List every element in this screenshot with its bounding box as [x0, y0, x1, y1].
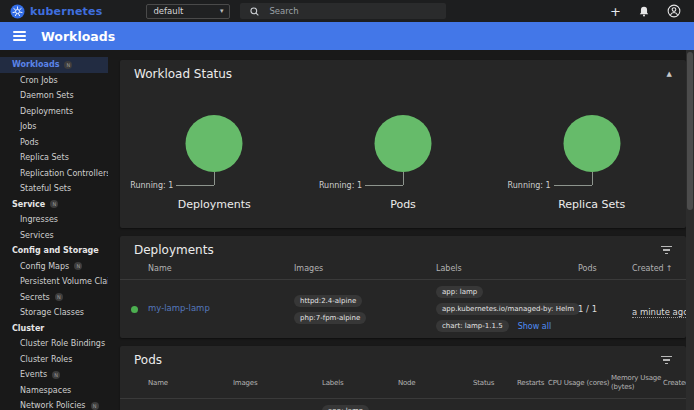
legend-connector: [176, 185, 214, 186]
pod-table-row[interactable]: my-lamp-lamp-5fd985cf68-jwvz4 httpd:2.4-…: [120, 399, 686, 410]
sidebar-item-persistent-volume-claims[interactable]: Persistent Volume Claims N: [0, 274, 108, 290]
sidebar-item-config-maps[interactable]: Config Maps N: [0, 259, 108, 275]
label-chip: chart: lamp-1.1.5: [436, 320, 509, 332]
namespaced-badge-icon: N: [52, 371, 60, 379]
legend-connector: [365, 185, 403, 186]
sidebar-item-stateful-sets[interactable]: Stateful Sets: [0, 181, 108, 197]
show-all-link[interactable]: Show all: [518, 322, 551, 331]
sidebar-nav: Workloads N Cron Jobs Daemon Sets Deploy…: [0, 50, 108, 410]
legend-connector: [214, 172, 215, 185]
menu-hamburger-icon[interactable]: [13, 31, 26, 41]
sidebar-item-replica-sets[interactable]: Replica Sets: [0, 150, 108, 166]
created-cell: a minute ago: [632, 307, 688, 318]
sidebar-item-config-and-storage[interactable]: Config and Storage: [0, 243, 108, 259]
pods-card-title: Pods: [134, 353, 162, 367]
pie-slice-running[interactable]: [375, 115, 432, 172]
deployments-card: Deployments Name Images Labels Pods Crea…: [120, 236, 686, 338]
legend-connector: [554, 185, 592, 186]
notifications-bell-icon[interactable]: [638, 5, 650, 18]
sidebar-item-cluster-roles[interactable]: Cluster Roles: [0, 352, 108, 368]
pie-legend: Running: 1: [130, 181, 173, 190]
pods-card: Pods Name Images Labels Node Status Rest…: [120, 346, 686, 410]
create-resource-button[interactable]: +: [610, 5, 621, 18]
deployments-card-title: Deployments: [134, 243, 214, 257]
sidebar-item-cluster[interactable]: Cluster: [0, 321, 108, 337]
vertical-scrollbar[interactable]: [686, 50, 694, 410]
sidebar-item-workloads[interactable]: Workloads N: [0, 57, 108, 73]
label-chip: app.kubernetes.io/managed-by: Helm: [436, 303, 580, 315]
column-header-status[interactable]: Status: [473, 379, 517, 387]
filter-icon[interactable]: [661, 356, 672, 364]
column-header-memory-usage[interactable]: Memory Usage (bytes): [606, 374, 663, 392]
pods-table-header: Name Images Labels Node Status Restarts …: [120, 371, 686, 399]
namespaced-badge-icon: N: [74, 262, 82, 270]
sidebar-item-jobs[interactable]: Jobs: [0, 119, 108, 135]
sidebar-item-service[interactable]: Service N: [0, 197, 108, 213]
status-ok-dot-icon: [131, 306, 138, 313]
column-header-name[interactable]: Name: [148, 379, 233, 387]
deployments-table-header: Name Images Labels Pods Created↑: [120, 261, 686, 280]
sidebar-item-secrets[interactable]: Secrets N: [0, 290, 108, 306]
column-header-restarts[interactable]: Restarts: [517, 379, 548, 387]
image-chip: httpd:2.4-alpine: [294, 295, 362, 307]
namespaced-badge-icon: N: [50, 200, 58, 208]
main-content: Workload Status ▲ Running: 1 Deployments…: [108, 50, 694, 410]
deployments-pie-chart: Running: 1 Deployments: [120, 88, 309, 218]
sidebar-item-storage-classes[interactable]: Storage Classes: [0, 305, 108, 321]
sidebar-item-pods[interactable]: Pods: [0, 135, 108, 151]
kubernetes-logo[interactable]: kubernetes: [10, 4, 102, 19]
kubernetes-wheel-icon: [10, 4, 25, 19]
column-header-name[interactable]: Name: [148, 264, 294, 273]
brand-text: kubernetes: [30, 5, 102, 18]
replica-sets-pie-chart: Running: 1 Replica Sets: [497, 88, 686, 218]
sidebar-item-replication-controllers[interactable]: Replication Controllers: [0, 166, 108, 182]
page-title: Workloads: [41, 29, 115, 44]
collapse-card-icon[interactable]: ▲: [667, 70, 672, 78]
column-header-pods[interactable]: Pods: [578, 264, 632, 273]
sidebar-item-network-policies[interactable]: Network Policies N: [0, 398, 108, 410]
column-header-node[interactable]: Node: [398, 379, 473, 387]
label-chip: app: lamp: [436, 286, 483, 298]
sidebar-item-daemon-sets[interactable]: Daemon Sets: [0, 88, 108, 104]
legend-connector: [592, 172, 593, 185]
sort-ascending-icon: ↑: [666, 264, 673, 273]
sidebar-item-cluster-role-bindings[interactable]: Cluster Role Bindings: [0, 336, 108, 352]
namespaced-badge-icon: N: [55, 293, 63, 301]
filter-icon[interactable]: [661, 246, 672, 254]
namespaced-badge-icon: N: [64, 61, 72, 69]
pie-slice-running[interactable]: [186, 115, 243, 172]
namespaced-badge-icon: N: [91, 402, 99, 410]
sidebar-item-cron-jobs[interactable]: Cron Jobs: [0, 73, 108, 89]
search-input[interactable]: [269, 6, 419, 16]
sidebar-item-services[interactable]: Services: [0, 228, 108, 244]
column-header-cpu-usage[interactable]: CPU Usage (cores): [548, 379, 606, 387]
column-header-images[interactable]: Images: [294, 264, 436, 273]
sidebar-item-namespaces[interactable]: Namespaces: [0, 383, 108, 399]
chart-title: Deployments: [120, 198, 309, 211]
namespace-selector[interactable]: default ▾: [146, 4, 230, 19]
image-chip: php:7-fpm-alpine: [294, 312, 366, 324]
sidebar-item-ingresses[interactable]: Ingresses: [0, 212, 108, 228]
chart-title: Pods: [309, 198, 498, 211]
workload-status-card: Workload Status ▲ Running: 1 Deployments…: [120, 60, 686, 228]
column-header-labels[interactable]: Labels: [436, 264, 578, 273]
deployment-table-row[interactable]: my-lamp-lamp httpd:2.4-alpine php:7-fpm-…: [120, 280, 686, 338]
sidebar-item-deployments[interactable]: Deployments: [0, 104, 108, 120]
workload-status-title: Workload Status: [134, 67, 232, 81]
sidebar-item-events[interactable]: Events N: [0, 367, 108, 383]
pie-legend: Running: 1: [508, 181, 551, 190]
column-header-labels[interactable]: Labels: [322, 379, 398, 387]
chart-title: Replica Sets: [497, 198, 686, 211]
label-chip: app: lamp: [322, 405, 369, 410]
pie-slice-running[interactable]: [563, 115, 620, 172]
column-header-created[interactable]: Created↑: [632, 264, 686, 273]
account-user-icon[interactable]: [667, 4, 681, 18]
legend-connector: [403, 172, 404, 185]
search-icon: [249, 6, 260, 17]
pie-legend: Running: 1: [319, 181, 362, 190]
column-header-images[interactable]: Images: [233, 379, 322, 387]
search-bar[interactable]: [240, 3, 446, 19]
deployment-name-link[interactable]: my-lamp-lamp: [148, 303, 294, 314]
chevron-down-icon: ▾: [220, 7, 224, 15]
scrollbar-thumb[interactable]: [687, 52, 693, 210]
